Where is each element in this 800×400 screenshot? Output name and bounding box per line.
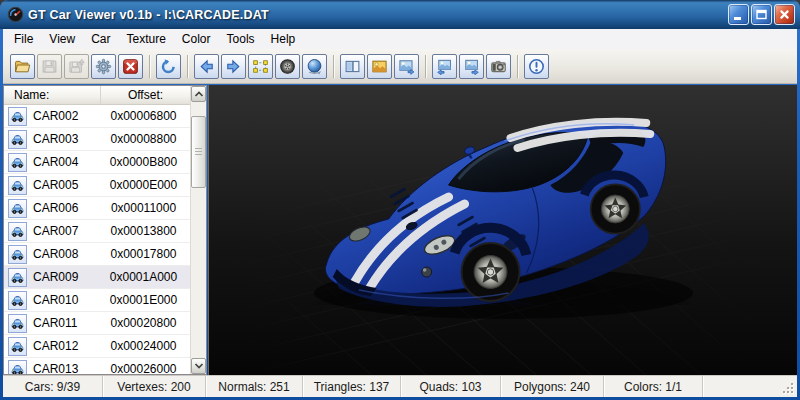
menu-item-view[interactable]: View <box>41 29 83 49</box>
menu-item-tools[interactable]: Tools <box>219 29 263 49</box>
menu-bar: FileViewCarTextureColorToolsHelp <box>3 29 797 49</box>
list-row-car004[interactable]: CAR004 0x0000B800 <box>4 151 190 174</box>
camera-icon <box>490 58 507 75</box>
toolbar-button-vertices[interactable] <box>248 54 273 79</box>
info-icon <box>528 58 545 75</box>
car-offset: 0x0001A000 <box>97 270 190 284</box>
list-row-car002[interactable]: CAR002 0x00006800 <box>4 105 190 128</box>
menu-item-color[interactable]: Color <box>174 29 219 49</box>
car-icon <box>8 268 27 287</box>
car-icon <box>8 130 27 149</box>
wheel-icon <box>279 58 296 75</box>
car-icon <box>8 222 27 241</box>
toolbar-button-screenshot[interactable] <box>486 54 511 79</box>
car-offset: 0x00017800 <box>97 247 190 261</box>
car-name: CAR013 <box>33 362 97 374</box>
list-row-car011[interactable]: CAR011 0x00020800 <box>4 312 190 335</box>
toolbar-separator <box>333 55 334 78</box>
status-cell-colors: Colors: 1/1 <box>604 376 703 397</box>
list-header: Name: Offset: <box>4 86 190 105</box>
list-row-car003[interactable]: CAR003 0x00008800 <box>4 128 190 151</box>
texture-export-icon <box>398 58 415 75</box>
list-row-car006[interactable]: CAR006 0x00011000 <box>4 197 190 220</box>
list-scrollbar[interactable] <box>190 86 206 374</box>
car-icon <box>8 107 27 126</box>
viewport-3d[interactable] <box>208 85 797 375</box>
toolbar-button-texture-next[interactable] <box>459 54 484 79</box>
car-name: CAR004 <box>33 155 97 169</box>
scrollbar-thumb[interactable] <box>191 116 206 188</box>
car-offset: 0x00006800 <box>97 109 190 123</box>
column-header-offset[interactable]: Offset: <box>101 86 190 104</box>
car-name: CAR006 <box>33 201 97 215</box>
car-name: CAR009 <box>33 270 97 284</box>
list-row-car005[interactable]: CAR005 0x0000E000 <box>4 174 190 197</box>
menu-item-help[interactable]: Help <box>263 29 304 49</box>
menu-item-car[interactable]: Car <box>83 29 118 49</box>
close-button[interactable] <box>774 4 795 25</box>
car-name: CAR012 <box>33 339 97 353</box>
status-cell-quads: Quads: 103 <box>401 376 501 397</box>
texture-icon <box>371 58 388 75</box>
menu-item-texture[interactable]: Texture <box>118 29 173 49</box>
list-row-car008[interactable]: CAR008 0x00017800 <box>4 243 190 266</box>
toolbar-button-wheel[interactable] <box>275 54 300 79</box>
toolbar-button-close-file[interactable] <box>118 54 143 79</box>
menu-item-file[interactable]: File <box>6 29 41 49</box>
car-list: CAR002 0x00006800 CAR003 0x00008800 CAR0… <box>4 105 190 374</box>
toolbar-button-texture-previous[interactable] <box>432 54 457 79</box>
reset-view-icon <box>160 58 177 75</box>
maximize-button[interactable] <box>751 4 772 25</box>
toolbar-button-open[interactable] <box>10 54 35 79</box>
car-icon <box>8 245 27 264</box>
car-offset: 0x00011000 <box>97 201 190 215</box>
arrow-right-icon <box>225 58 242 75</box>
column-header-name[interactable]: Name: <box>4 86 101 104</box>
toolbar-button-settings[interactable] <box>91 54 116 79</box>
chevron-down-icon <box>194 362 204 370</box>
car-icon <box>8 337 27 356</box>
toolbar-button-reset-view[interactable] <box>156 54 181 79</box>
toolbar-button-texture-export[interactable] <box>394 54 419 79</box>
app-icon <box>7 6 24 23</box>
toolbar-button-sphere[interactable] <box>302 54 327 79</box>
list-row-car007[interactable]: CAR007 0x00013800 <box>4 220 190 243</box>
save-icon <box>41 58 58 75</box>
toolbar-button-about[interactable] <box>524 54 549 79</box>
scroll-down-button[interactable] <box>191 358 206 374</box>
resize-grip[interactable] <box>782 382 795 395</box>
arrow-left-icon <box>198 58 215 75</box>
list-row-car013[interactable]: CAR013 0x00026000 <box>4 358 190 374</box>
car-name: CAR011 <box>33 316 97 330</box>
car-name: CAR010 <box>33 293 97 307</box>
close-file-icon <box>122 58 139 75</box>
toolbar-button-split-view[interactable] <box>340 54 365 79</box>
scroll-up-button[interactable] <box>191 86 206 102</box>
toolbar-button-texture[interactable] <box>367 54 392 79</box>
car-offset: 0x00024000 <box>97 339 190 353</box>
car-offset: 0x00008800 <box>97 132 190 146</box>
minimize-icon <box>732 8 745 21</box>
car-name: CAR003 <box>33 132 97 146</box>
car-offset: 0x0000E000 <box>97 178 190 192</box>
minimize-button[interactable] <box>728 4 749 25</box>
toolbar-button-previous-car[interactable] <box>194 54 219 79</box>
car-offset: 0x0001E000 <box>97 293 190 307</box>
car-render[interactable] <box>209 85 797 375</box>
car-offset: 0x00026000 <box>97 362 190 374</box>
list-row-car012[interactable]: CAR012 0x00024000 <box>4 335 190 358</box>
title-bar[interactable]: GT Car Viewer v0.1b - I:\CARCADE.DAT <box>0 0 800 29</box>
window: GT Car Viewer v0.1b - I:\CARCADE.DAT Fil… <box>0 0 800 400</box>
car-icon <box>8 314 27 333</box>
chevron-up-icon <box>194 90 204 98</box>
list-row-car009[interactable]: CAR009 0x0001A000 <box>4 266 190 289</box>
toolbar-button-next-car[interactable] <box>221 54 246 79</box>
car-icon <box>8 291 27 310</box>
toolbar-button-save[interactable] <box>37 54 62 79</box>
sphere-icon <box>306 58 323 75</box>
car-offset: 0x00013800 <box>97 224 190 238</box>
texture-next-icon <box>463 58 480 75</box>
toolbar-button-save-as[interactable] <box>64 54 89 79</box>
car-icon <box>8 153 27 172</box>
list-row-car010[interactable]: CAR010 0x0001E000 <box>4 289 190 312</box>
